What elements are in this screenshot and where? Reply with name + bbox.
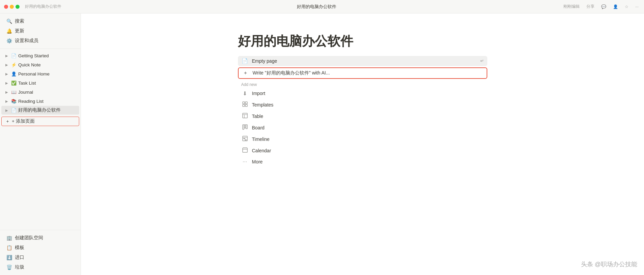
more-option-label: More	[252, 159, 263, 164]
more-option[interactable]: ··· More	[238, 157, 487, 167]
calendar-option-icon	[241, 147, 249, 154]
traffic-lights	[4, 5, 20, 9]
import-label: 进口	[15, 254, 24, 261]
sidebar-nav: ▶ 📄 Getting Started ▶ ⚡ Quick Note ▶ 👤 P…	[0, 49, 81, 230]
add-page-button[interactable]: ＋ + 添加页面	[1, 117, 79, 126]
trash-label: 垃圾	[15, 264, 24, 270]
sidebar-item-search[interactable]: 🔍 搜索	[2, 17, 79, 26]
board-option[interactable]: Board	[238, 122, 487, 133]
app-name: 好用的电脑办公软件	[25, 4, 61, 9]
add-page-icon: ＋	[4, 118, 10, 124]
import-option[interactable]: ⬇ Import	[238, 88, 487, 99]
journal-label: Journal	[18, 90, 33, 95]
empty-page-icon: 📄	[241, 58, 249, 64]
calendar-option[interactable]: Calendar	[238, 145, 487, 156]
sidebar-item-reading-list[interactable]: ▶ 📚 Reading List	[1, 97, 79, 105]
chevron-icon: ▶	[4, 53, 9, 58]
maximize-button[interactable]	[16, 5, 20, 9]
sidebar-item-journal[interactable]: ▶ 📖 Journal	[1, 88, 79, 96]
page-title-bar: 好用的电脑办公软件	[297, 4, 336, 10]
title-bar: 好用的电脑办公软件 好用的电脑办公软件 刚刚编辑 分享 💬 👤 ☆ ···	[0, 0, 644, 13]
more-option-icon: ···	[241, 159, 249, 165]
templates-option-icon	[241, 101, 249, 108]
templates-option[interactable]: Templates	[238, 99, 487, 110]
sidebar-item-current-page[interactable]: ▶ 📄 好用的电脑办公软件	[1, 106, 79, 115]
close-button[interactable]	[4, 5, 8, 9]
svg-rect-1	[245, 102, 247, 104]
page-area: 好用的电脑办公软件 📄 Empty page ↵ ✦ Write "好用的电脑办…	[211, 13, 514, 180]
search-icon: 🔍	[6, 19, 12, 24]
sidebar-item-trash[interactable]: 🗑️ 垃圾	[2, 263, 79, 272]
quick-note-icon: ⚡	[11, 62, 17, 68]
page-title: 好用的电脑办公软件	[238, 34, 487, 49]
svg-rect-0	[243, 102, 245, 104]
star-icon[interactable]: ☆	[623, 4, 630, 10]
templates-option-label: Templates	[252, 102, 274, 108]
minimize-button[interactable]	[10, 5, 14, 9]
reading-list-icon: 📚	[11, 98, 17, 104]
empty-page-label: Empty page	[252, 58, 477, 64]
empty-page-option[interactable]: 📄 Empty page ↵	[238, 56, 487, 66]
sidebar-item-getting-started[interactable]: ▶ 📄 Getting Started	[1, 51, 79, 60]
updates-icon: 🔔	[6, 28, 12, 34]
personal-home-label: Personal Home	[18, 71, 50, 77]
sidebar-item-import[interactable]: ⬇️ 进口	[2, 253, 79, 262]
create-team-icon: 🏢	[6, 235, 12, 241]
current-page-icon: 📄	[11, 107, 17, 113]
sidebar-item-templates[interactable]: 📋 模板	[2, 243, 79, 252]
chevron-icon: ▶	[4, 80, 9, 86]
comment-icon[interactable]: 💬	[600, 4, 608, 10]
svg-rect-12	[243, 138, 245, 139]
title-bar-right: 刚刚编辑 分享 💬 👤 ☆ ···	[562, 3, 640, 10]
timeline-option[interactable]: Timeline	[238, 134, 487, 145]
current-page-label: 好用的电脑办公软件	[18, 107, 61, 113]
templates-label: 模板	[15, 245, 24, 251]
sidebar: 🔍 搜索 🔔 更新 ⚙️ 设置和成员 ▶ 📄 Getting Started ▶	[0, 13, 81, 275]
svg-rect-2	[243, 104, 245, 106]
sidebar-item-create-team[interactable]: 🏢 创建团队空间	[2, 233, 79, 243]
ai-write-option[interactable]: ✦ Write "好用的电脑办公软件" with AI...	[238, 67, 487, 79]
settings-label: 设置和成员	[15, 38, 74, 44]
personal-home-icon: 👤	[11, 71, 17, 77]
chevron-icon: ▶	[4, 108, 9, 113]
reading-list-label: Reading List	[18, 99, 43, 104]
table-option[interactable]: Table	[238, 111, 487, 122]
share-button[interactable]: 分享	[585, 3, 596, 10]
main-content: 好用的电脑办公软件 📄 Empty page ↵ ✦ Write "好用的电脑办…	[81, 13, 644, 275]
user-icon[interactable]: 👤	[612, 4, 619, 10]
svg-rect-13	[245, 140, 247, 141]
import-option-label: Import	[252, 91, 266, 96]
option-list: 📄 Empty page ↵ ✦ Write "好用的电脑办公软件" with …	[238, 56, 487, 167]
getting-started-icon: 📄	[11, 53, 17, 59]
import-option-icon: ⬇	[241, 90, 249, 97]
sidebar-item-personal-home[interactable]: ▶ 👤 Personal Home	[1, 69, 79, 78]
svg-rect-4	[243, 113, 247, 118]
chevron-icon: ▶	[4, 98, 9, 104]
more-icon[interactable]: ···	[634, 4, 640, 10]
sidebar-item-quick-note[interactable]: ▶ ⚡ Quick Note	[1, 60, 79, 69]
settings-icon: ⚙️	[6, 38, 12, 43]
title-bar-left: 好用的电脑办公软件	[4, 4, 71, 9]
task-list-icon: ✅	[11, 80, 17, 86]
trash-icon: 🗑️	[6, 265, 12, 270]
chevron-icon: ▶	[4, 62, 9, 67]
table-option-label: Table	[252, 114, 263, 119]
ai-write-label: Write "好用的电脑办公软件" with AI...	[253, 70, 330, 76]
empty-page-arrow: ↵	[480, 58, 484, 63]
svg-rect-3	[245, 104, 247, 106]
search-label: 搜索	[15, 18, 74, 24]
chevron-icon: ▶	[4, 71, 9, 77]
table-option-icon	[241, 113, 249, 120]
ai-icon: ✦	[242, 70, 249, 76]
sidebar-bottom: 🏢 创建团队空间 📋 模板 ⬇️ 进口 🗑️ 垃圾	[0, 230, 81, 275]
sidebar-item-task-list[interactable]: ▶ ✅ Task List	[1, 79, 79, 87]
create-team-label: 创建团队空间	[15, 235, 43, 241]
sidebar-item-settings[interactable]: ⚙️ 设置和成员	[2, 36, 79, 45]
calendar-option-label: Calendar	[252, 148, 271, 153]
svg-rect-7	[243, 125, 244, 129]
sidebar-item-updates[interactable]: 🔔 更新	[2, 26, 79, 36]
task-list-label: Task List	[18, 81, 36, 86]
updates-label: 更新	[15, 28, 74, 34]
app-body: 🔍 搜索 🔔 更新 ⚙️ 设置和成员 ▶ 📄 Getting Started ▶	[0, 13, 644, 275]
svg-rect-14	[243, 148, 247, 152]
